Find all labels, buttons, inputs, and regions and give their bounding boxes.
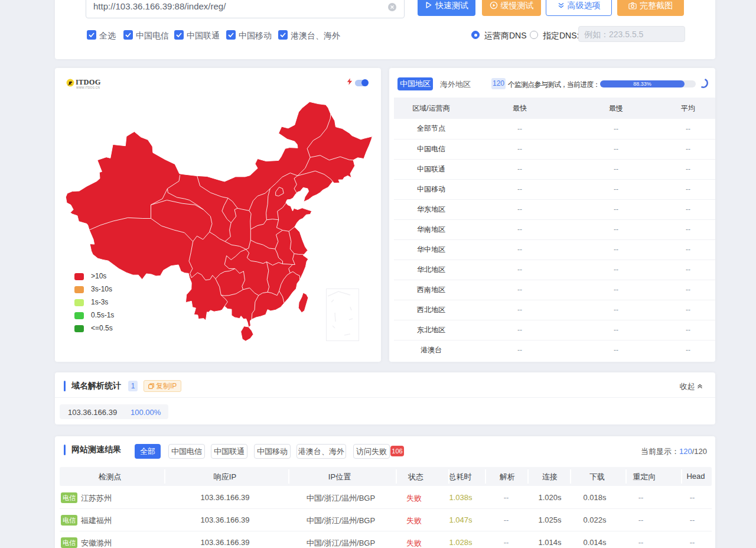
svg-text:WWW.ITDOG.CN: WWW.ITDOG.CN: [76, 86, 100, 89]
